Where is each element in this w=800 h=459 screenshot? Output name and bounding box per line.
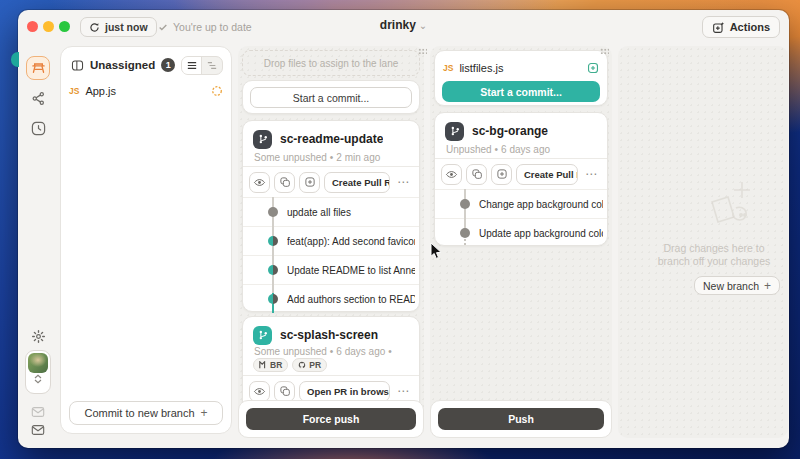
branches-icon — [31, 91, 46, 106]
commit-message: Update app background color t... — [479, 228, 603, 239]
branch-card-readme: sc-readme-update Some unpushed•2 min ago — [242, 120, 420, 312]
actions-icon — [712, 21, 725, 34]
history-nav-button[interactable] — [26, 116, 50, 140]
start-commit-label: Start a commit... — [480, 86, 562, 98]
branch-badge-icon — [445, 122, 464, 141]
workspace-board: Unassigned 1 JS App.js — [58, 44, 789, 448]
commit-dot-local — [460, 199, 470, 209]
commit-dot-pushed — [268, 236, 278, 246]
lane-dropzone[interactable]: Drop files to assign to the lane — [242, 50, 420, 76]
create-pull-request-button[interactable]: Create Pull Req... — [516, 164, 578, 185]
eye-icon — [445, 168, 458, 181]
branch-header[interactable]: sc-readme-update — [253, 129, 411, 149]
commit-row[interactable]: Update app background color t... — [435, 218, 607, 247]
commit-row[interactable]: feat(app): Add second favicon to ... — [243, 226, 419, 255]
lane-right: JS listfiles.js Start a commit... — [430, 46, 612, 438]
copy-branch-button[interactable] — [274, 381, 295, 402]
mouse-cursor — [430, 242, 443, 260]
commit-message: Update README to list Anne as pr... — [287, 265, 415, 276]
commit-row[interactable]: Add authors section to README file — [243, 284, 419, 313]
review-eye-button[interactable] — [441, 164, 462, 185]
dropzone-hint: Drop files to assign to the lane — [264, 58, 399, 69]
branch-badge-icon — [253, 326, 272, 345]
copy-branch-button[interactable] — [466, 164, 487, 185]
chevron-updown-icon — [34, 374, 42, 384]
more-options-button[interactable]: ⋯ — [394, 175, 413, 189]
drag-changes-hint: Drag changes here to branch off your cha… — [644, 242, 784, 268]
start-commit-label: Start a commit... — [293, 92, 369, 104]
commit-row[interactable]: update all files — [243, 197, 419, 226]
lane-drag-handle[interactable] — [600, 48, 609, 54]
pull-request-badge[interactable]: PR — [292, 358, 327, 372]
commit-list: update all files feat(app): Add second f… — [243, 197, 419, 313]
open-pr-label: Open PR in browser — [307, 386, 390, 397]
modified-status-icon — [211, 85, 223, 97]
branch-header[interactable]: sc-splash-screen — [253, 325, 411, 345]
branch-time: 6 days ago — [501, 144, 550, 155]
create-pr-label: Create Pull Request — [332, 177, 390, 188]
unassigned-file-row[interactable]: JS App.js — [69, 81, 223, 101]
commit-row[interactable]: Update README to list Anne as pr... — [243, 255, 419, 284]
list-view-button[interactable] — [182, 57, 202, 74]
start-commit-button[interactable]: Start a commit... — [250, 87, 412, 108]
copy-icon — [279, 385, 291, 397]
branch-name: sc-splash-screen — [280, 328, 378, 342]
added-status-icon — [587, 62, 599, 74]
settings-button[interactable] — [26, 324, 50, 348]
commit-to-new-branch-button[interactable]: Commit to new branch + — [69, 401, 223, 425]
branch-ref-badge[interactable]: BR — [253, 358, 288, 372]
commit-to-new-branch-label: Commit to new branch — [84, 407, 194, 419]
user-avatar — [28, 353, 48, 373]
branch-time: 6 days ago — [336, 346, 385, 357]
push-button[interactable]: Push — [438, 408, 604, 430]
add-dependent-branch-button[interactable] — [299, 172, 320, 193]
branch-header[interactable]: sc-bg-orange — [445, 121, 599, 141]
force-push-button[interactable]: Force push — [246, 408, 416, 430]
review-eye-button[interactable] — [249, 381, 270, 402]
lane-drag-handle[interactable] — [418, 48, 427, 54]
more-options-button[interactable]: ⋯ — [394, 384, 413, 398]
feedback-button[interactable] — [26, 418, 50, 442]
new-branch-button[interactable]: New branch + — [694, 276, 780, 295]
create-pull-request-button[interactable]: Create Pull Request — [324, 172, 390, 193]
branch-action-row: Create Pull Request ⋯ — [243, 166, 419, 197]
unassigned-panel-icon — [71, 59, 84, 72]
review-eye-button[interactable] — [249, 172, 270, 193]
plus-square-icon — [496, 168, 508, 180]
commit-row[interactable]: Change app background color t... — [435, 189, 607, 218]
add-dependent-branch-button[interactable] — [491, 164, 512, 185]
more-options-button[interactable]: ⋯ — [582, 167, 601, 181]
unassigned-header: Unassigned 1 — [71, 55, 223, 75]
branch-meta: Some unpushed•2 min ago — [254, 152, 411, 163]
js-file-icon: JS — [443, 63, 453, 73]
plus-square-icon — [304, 176, 316, 188]
desktop-background: just now You're up to date drinky⌄ Actio… — [0, 0, 800, 459]
branch-card-splash: sc-splash-screen Some unpushed•6 days ag… — [242, 316, 420, 412]
chevron-down-icon: ⌄ — [419, 20, 427, 31]
project-selector[interactable]: drinky⌄ — [18, 18, 789, 32]
branch-meta: Some unpushed•6 days ago• — [254, 346, 411, 357]
lane-footer: Push — [430, 400, 612, 438]
br-badge-label: BR — [270, 360, 282, 370]
account-switcher[interactable] — [25, 350, 51, 394]
actions-label: Actions — [730, 21, 770, 33]
envelope-icon — [31, 424, 45, 436]
assigned-file-row[interactable]: JS listfiles.js — [443, 58, 599, 78]
copy-icon — [279, 176, 291, 188]
lane-empty[interactable]: Drag changes here to branch off your cha… — [618, 46, 788, 438]
app-window: just now You're up to date drinky⌄ Actio… — [18, 10, 789, 448]
open-pr-in-browser-button[interactable]: Open PR in browser — [299, 381, 390, 402]
workspace-nav-button[interactable] — [26, 56, 50, 80]
copy-branch-button[interactable] — [274, 172, 295, 193]
lane-footer: Force push — [238, 400, 424, 438]
unassigned-panel: Unassigned 1 JS App.js — [60, 46, 232, 434]
start-commit-button-teal[interactable]: Start a commit... — [442, 81, 600, 102]
commit-message: feat(app): Add second favicon to ... — [287, 236, 415, 247]
actions-button[interactable]: Actions — [702, 16, 780, 38]
drag-files-illustration — [700, 178, 762, 238]
commit-message: Change app background color t... — [479, 199, 603, 210]
tree-view-button[interactable] — [202, 57, 222, 74]
commit-list: Change app background color t... Update … — [435, 189, 607, 247]
left-navigation-rail — [18, 44, 58, 448]
branches-nav-button[interactable] — [26, 86, 50, 110]
